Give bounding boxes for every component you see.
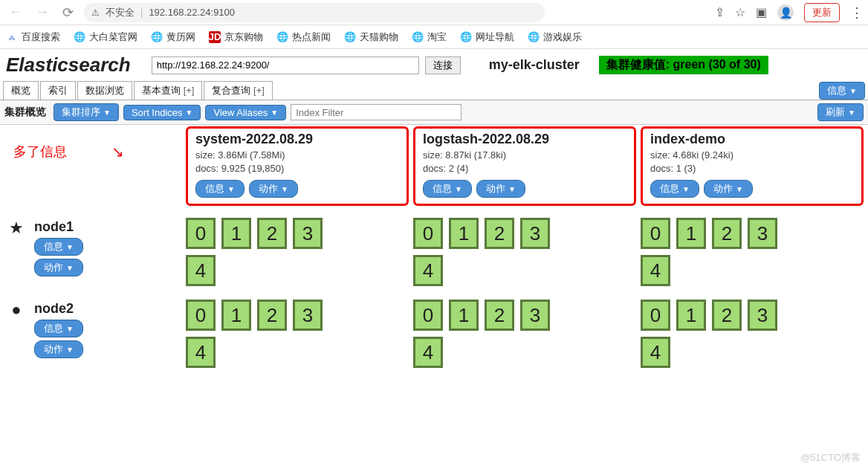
shard[interactable]: 0 (413, 300, 443, 331)
node-action-button[interactable]: 动作▼ (34, 259, 83, 276)
refresh-button[interactable]: 刷新▼ (817, 103, 864, 121)
bookmark-item[interactable]: 🌐热点新闻 (276, 30, 331, 44)
shard[interactable]: 0 (186, 218, 216, 249)
sort-indices-button[interactable]: Sort Indices▼ (123, 105, 201, 120)
shard[interactable]: 3 (293, 218, 323, 249)
shard[interactable]: 1 (449, 300, 479, 331)
shard[interactable]: 1 (449, 218, 479, 249)
node-info-button[interactable]: 信息▼ (34, 238, 83, 256)
shard[interactable]: 3 (293, 300, 323, 331)
node-name[interactable]: node1 (34, 219, 83, 235)
shard[interactable]: 3 (748, 300, 777, 331)
index-action-button[interactable]: 动作▼ (249, 180, 298, 198)
shard[interactable]: 4 (641, 255, 670, 286)
bookmark-item[interactable]: 🌐游戏娱乐 (528, 30, 582, 44)
shard[interactable]: 1 (221, 218, 251, 249)
globe-icon: 🌐 (276, 31, 288, 43)
node-action-button[interactable]: 动作▼ (34, 340, 83, 358)
shard[interactable]: 2 (485, 218, 514, 249)
globe-icon: 🌐 (412, 31, 424, 43)
back-button[interactable]: ← (6, 3, 25, 22)
cluster-url-input[interactable] (152, 56, 419, 74)
shard[interactable]: 2 (257, 300, 287, 331)
node-info-button[interactable]: 信息▼ (34, 320, 83, 337)
shard[interactable]: 4 (186, 337, 216, 368)
shard[interactable]: 0 (413, 218, 443, 249)
panel-icon[interactable]: ▣ (756, 5, 767, 19)
shard[interactable]: 4 (413, 337, 443, 368)
shard[interactable]: 2 (257, 218, 287, 249)
view-aliases-button[interactable]: View Aliases▼ (205, 105, 286, 120)
star-icon: ★ (7, 219, 25, 237)
index-filter-input[interactable] (291, 104, 461, 120)
app-title: Elasticsearch (6, 54, 131, 77)
forward-button[interactable]: → (33, 3, 52, 22)
bookmark-item[interactable]: JD京东购物 (209, 30, 263, 44)
bookmark-item[interactable]: 🌐淘宝 (412, 30, 447, 44)
shard[interactable]: 4 (186, 255, 216, 286)
shard[interactable]: 3 (520, 300, 550, 331)
shard[interactable]: 1 (676, 218, 706, 249)
globe-icon: 🌐 (528, 31, 540, 43)
bookmark-item[interactable]: 🌐大白菜官网 (74, 30, 137, 44)
node-name[interactable]: node2 (34, 301, 83, 317)
overview-label: 集群概览 (4, 106, 46, 119)
index-docs: docs: 2 (4) (423, 162, 626, 175)
index-size: size: 8.87ki (17.8ki) (423, 149, 626, 162)
address-sep: | (140, 7, 143, 18)
tab[interactable]: 索引 (40, 81, 76, 100)
globe-icon: 🌐 (460, 31, 472, 43)
shard-cell: 01234 (186, 215, 413, 286)
plus-icon: [+] (253, 85, 265, 96)
insecure-icon: ⚠ (91, 7, 100, 18)
index-info-button[interactable]: 信息▼ (423, 180, 472, 198)
health-badge: 集群健康值: green (30 of 30) (599, 56, 768, 74)
shard[interactable]: 1 (221, 300, 251, 331)
bookmark-item[interactable]: 🌐网址导航 (460, 30, 514, 44)
bookmark-label: 黄历网 (166, 30, 195, 44)
sort-cluster-button[interactable]: 集群排序▼ (54, 103, 119, 121)
reload-button[interactable]: ⟳ (59, 3, 77, 22)
shard[interactable]: 3 (520, 218, 550, 249)
index-name[interactable]: index-demo (650, 132, 854, 147)
info-dropdown[interactable]: 信息▼ (819, 82, 865, 100)
shard[interactable]: 0 (641, 300, 670, 331)
connect-button[interactable]: 连接 (425, 56, 461, 74)
share-icon[interactable]: ⇪ (715, 5, 725, 19)
index-action-button[interactable]: 动作▼ (704, 180, 753, 198)
tab[interactable]: 基本查询 [+] (134, 81, 202, 100)
shard[interactable]: 0 (186, 300, 216, 331)
bookmark-label: 热点新闻 (292, 30, 331, 44)
tab[interactable]: 数据浏览 (77, 81, 132, 100)
index-column-2: index-demosize: 4.68ki (9.24ki)docs: 1 (… (641, 125, 868, 210)
bookmark-icon[interactable]: ☆ (735, 5, 745, 19)
shard[interactable]: 2 (712, 300, 742, 331)
shard[interactable]: 0 (641, 218, 670, 249)
shard[interactable]: 4 (641, 337, 670, 368)
index-name[interactable]: system-2022.08.29 (195, 132, 399, 147)
bookmark-label: 网址导航 (476, 30, 514, 44)
index-info-button[interactable]: 信息▼ (195, 180, 244, 198)
address-bar[interactable]: ⚠ 不安全 | 192.168.22.24:9100 (84, 3, 545, 22)
shard[interactable]: 2 (712, 218, 742, 249)
cluster-name: my-elk-cluster (489, 57, 580, 73)
bookmark-item[interactable]: 🌐黄历网 (151, 30, 195, 44)
index-action-button[interactable]: 动作▼ (476, 180, 525, 198)
shard[interactable]: 1 (676, 300, 706, 331)
tab[interactable]: 概览 (3, 81, 39, 100)
menu-icon[interactable]: ⋮ (850, 4, 862, 21)
avatar-icon[interactable]: 👤 (777, 4, 794, 21)
index-name[interactable]: logstash-2022.08.29 (423, 132, 626, 147)
index-info-button[interactable]: 信息▼ (650, 180, 699, 198)
index-header: index-demosize: 4.68ki (9.24ki)docs: 1 (… (641, 126, 864, 206)
tab[interactable]: 复合查询 [+] (204, 81, 272, 100)
bookmark-item[interactable]: 🌐天猫购物 (344, 30, 398, 44)
bookmark-label: 淘宝 (427, 30, 447, 44)
shard[interactable]: 4 (413, 255, 443, 286)
nodes-area: ★node1信息▼动作▼012340123401234●node2信息▼动作▼0… (0, 210, 868, 374)
shard[interactable]: 2 (485, 300, 514, 331)
index-column-0: system-2022.08.29size: 3.86Mi (7.58Mi)do… (186, 125, 413, 210)
shard[interactable]: 3 (748, 218, 777, 249)
update-button[interactable]: 更新 (804, 3, 840, 22)
bookmark-item[interactable]: ஃ百度搜索 (6, 30, 60, 44)
